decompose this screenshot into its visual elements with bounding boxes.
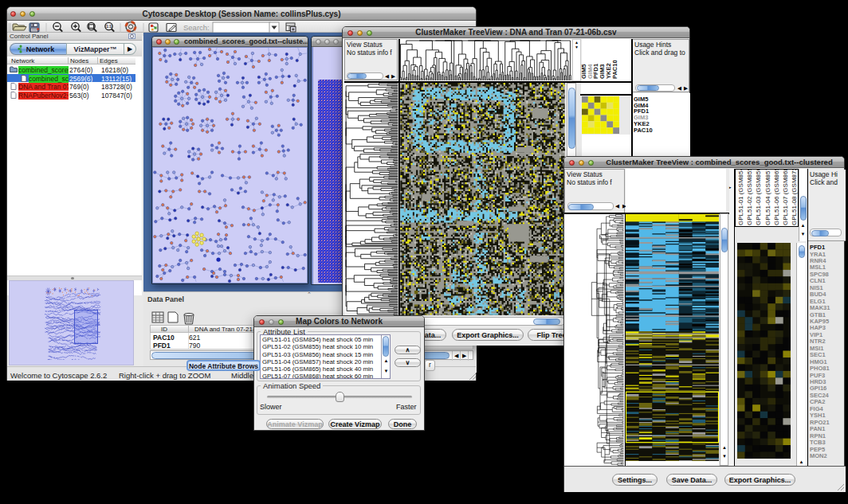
svg-text:GPL51-01 (GSM854: GPL51-01 (GSM854 bbox=[737, 169, 744, 225]
svg-text:GPL51-08 (GSM872: GPL51-08 (GSM872 bbox=[791, 169, 798, 225]
svg-text:GPL51-07 (GSM868: GPL51-07 (GSM868 bbox=[782, 169, 789, 225]
svg-text:GPL51-02 (GSM855: GPL51-02 (GSM855 bbox=[746, 169, 753, 225]
svg-text:PAC10: PAC10 bbox=[611, 60, 618, 79]
svg-text:Search:: Search: bbox=[183, 23, 210, 32]
svg-text:GPL51-04 (GSM857: GPL51-04 (GSM857 bbox=[764, 169, 771, 225]
svg-text:GPL51-06 (GSM865: GPL51-06 (GSM865 bbox=[773, 169, 780, 225]
svg-text:1:1: 1:1 bbox=[106, 24, 112, 29]
svg-text:GPL51-03 (GSM856: GPL51-03 (GSM856 bbox=[755, 169, 762, 225]
